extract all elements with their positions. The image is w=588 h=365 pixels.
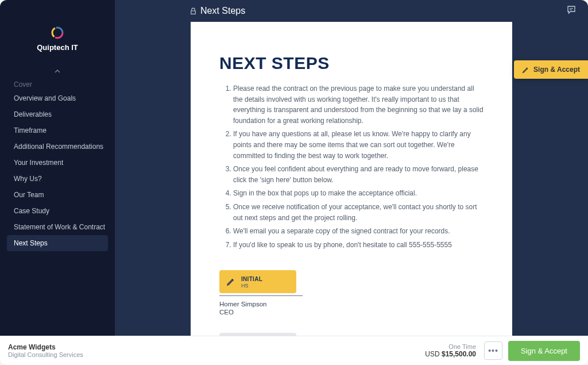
nav-item-cover[interactable]: Cover [0,79,115,90]
sign-accept-button[interactable]: Sign & Accept [508,341,580,361]
signer-role: CEO [219,309,483,316]
step-item: Once we receive notification of your acc… [233,202,483,223]
steps-list: Please read the contract on the previous… [219,83,483,250]
nav-item-deliverables[interactable]: Deliverables [0,106,115,122]
page-title: Next Steps [200,6,245,16]
footer-company: Acme Widgets [8,343,425,351]
more-options-button[interactable]: ••• [484,341,502,360]
document-page: NEXT STEPS Please read the contract on t… [191,22,512,336]
footer-price: One Time USD $15,500.00 [425,343,476,358]
brand-name: Quiptech IT [0,43,115,52]
step-item: Once you feel confident about everything… [233,164,483,185]
nav-item-case-study[interactable]: Case Study [0,203,115,219]
step-item: If you'd like to speak to us by phone, d… [233,240,483,251]
sign-accept-floating-button[interactable]: Sign & Accept [514,60,588,79]
nav-item-team[interactable]: Our Team [0,187,115,203]
nav-item-why-us[interactable]: Why Us? [0,171,115,187]
step-item: If you have any questions at all, please… [233,129,483,161]
pen-icon [522,66,529,74]
sign-accept-label: Sign & Accept [533,66,580,74]
initial-box[interactable]: INITIAL HS [219,270,296,293]
logo-icon [51,26,64,40]
main-content: Next Steps NEXT STEPS Please read the co… [115,0,588,336]
nav-item-overview[interactable]: Overview and Goals [0,90,115,106]
pen-icon [226,277,235,286]
nav-item-investment[interactable]: Your Investment [0,155,115,171]
footer-bar: Acme Widgets Digital Consulting Services… [0,336,588,365]
footer-service: Digital Consulting Services [8,351,425,358]
nav-item-timeframe[interactable]: Timeframe [0,122,115,139]
nav-item-recommendations[interactable]: Additional Recommendations [0,139,115,155]
nav-item-sow[interactable]: Statement of Work & Contract [0,219,115,235]
price-currency: USD [425,350,439,358]
nav-item-next-steps[interactable]: Next Steps [7,235,108,251]
brand-logo: Quiptech IT [0,26,115,63]
price-amount: $15,500.00 [442,350,476,358]
page-header: Next Steps [115,0,588,22]
step-item: We'll email you a separate copy of the s… [233,226,483,237]
section-nav: Cover Overview and Goals Deliverables Ti… [0,79,115,251]
price-label: One Time [425,343,476,350]
signature-line [219,295,303,296]
document-title: NEXT STEPS [219,53,483,73]
collapse-toggle[interactable] [0,63,115,79]
comment-icon[interactable] [566,5,577,17]
initial-label: INITIAL [241,276,262,282]
step-item: Sign in the box that pops up to make the… [233,188,483,199]
signer-name: Homer Simpson [219,299,483,309]
lock-icon [189,7,197,15]
initial-section: INITIAL HS Homer Simpson CEO [219,270,483,316]
sidebar: Quiptech IT Cover Overview and Goals Del… [0,0,115,336]
initial-value: HS [241,283,262,289]
step-item: Please read the contract on the previous… [233,83,483,126]
